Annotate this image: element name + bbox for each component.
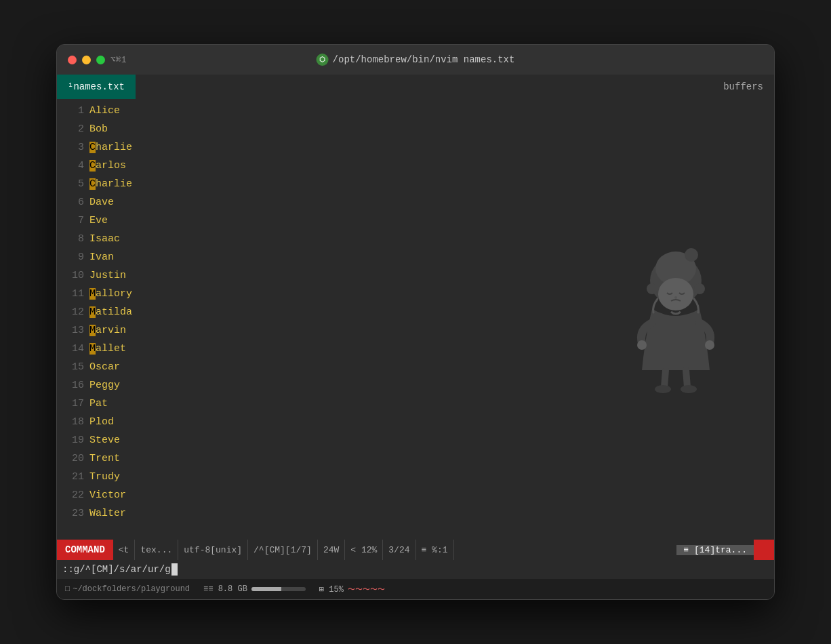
line-number: 3 [57,138,89,157]
line-text: Alice [89,102,120,120]
line-number: 19 [57,431,89,449]
editor-line-6: 6Dave [57,193,774,212]
line-text: Charlie [89,138,132,157]
line-number: 14 [57,340,89,358]
line-text: Trudy [89,468,120,486]
status-item-6: < 12% [345,540,383,560]
line-text: Plod [89,413,114,431]
highlighted-char: C [89,142,96,153]
tab-buffers[interactable]: buffers [712,75,774,99]
highlighted-char: C [89,178,96,190]
line-number: 2 [57,120,89,138]
line-text: Carlos [89,157,126,175]
highlighted-char: M [89,343,96,355]
command-line[interactable]: ::g/^[CM]/s/ar/ur/g [57,560,774,579]
line-number: 20 [57,449,89,468]
line-number: 22 [57,486,89,504]
line-text: Charlie [89,175,132,193]
status-right-block: ≡ [14]tra... [676,545,754,555]
editor-line-4: 4Carlos [57,157,774,175]
line-text: Marvin [89,321,126,340]
editor-line-5: 5Charlie [57,175,774,193]
cmdline-text: ::g/^[CM]/s/ar/ur/g [62,564,171,575]
line-number: 15 [57,358,89,376]
status-item-7: 3/24 [383,540,416,560]
mode-indicator: COMMAND [57,540,113,560]
svg-point-4 [674,296,677,299]
line-number: 1 [57,102,89,120]
status-item-3: utf-8[unix] [178,540,248,560]
titlebar: ⌥⌘1 ⬡ /opt/homebrew/bin/nvim names.txt [57,45,774,75]
name-text: allet [96,343,126,355]
line-number: 4 [57,157,89,175]
editor-line-3: 3Charlie [57,138,774,157]
mem-bar [251,587,306,591]
status-item-8: ≡ %:1 [416,540,454,560]
line-text: Bob [89,120,108,138]
line-text: Mallet [89,340,126,358]
svg-point-3 [658,278,693,310]
editor-line-7: 7Eve [57,212,774,230]
highlighted-char: C [89,160,96,172]
highlighted-char: M [89,306,96,318]
name-text: harlie [96,178,132,190]
status-item-1: <t [113,540,136,560]
editor-line-19: 19Steve [57,431,774,449]
svg-point-8 [681,385,697,393]
svg-point-9 [647,283,657,294]
line-number: 9 [57,248,89,266]
svg-point-7 [655,385,671,393]
window-title: /opt/homebrew/bin/nvim names.txt [333,54,515,65]
line-number: 8 [57,230,89,248]
editor-line-23: 23Walter [57,504,774,523]
main-window: ⌥⌘1 ⬡ /opt/homebrew/bin/nvim names.txt ¹… [56,44,775,600]
line-number: 7 [57,212,89,230]
line-text: Walter [89,504,126,523]
cpu-wave-icon: 〜〜〜〜〜 [348,584,385,595]
line-text: Steve [89,431,120,449]
highlighted-char: M [89,325,96,336]
line-text: Victor [89,486,126,504]
status-item-2: tex... [135,540,178,560]
svg-point-5 [637,340,647,350]
status-item-4: /^[CM][1/7] [248,540,318,560]
status-item-5: 24W [318,540,345,560]
editor-line-2: 2Bob [57,120,774,138]
line-text: Ivan [89,248,114,266]
status-right: ≡ [14]tra... [676,540,774,560]
line-text: Pat [89,395,108,413]
cpu-label: ⊞ 15% [319,584,344,595]
memory-indicator: ≡≡ 8.8 GB [203,584,306,594]
name-text: atilda [96,306,132,318]
line-text: Eve [89,212,108,230]
name-text: allory [96,288,132,300]
titlebar-center: ⬡ /opt/homebrew/bin/nvim names.txt [317,54,515,66]
folder-indicator: □ ~/dockfolders/playground [65,584,190,594]
tab-names-txt[interactable]: ¹names.txt [57,75,136,99]
editor-area[interactable]: 1Alice2Bob3Charlie4Carlos5Charlie6Dave7E… [57,99,774,540]
line-number: 13 [57,321,89,340]
svg-point-10 [694,283,705,294]
name-text: harlie [96,142,132,153]
minimize-button[interactable] [82,56,91,64]
mem-label: ≡≡ 8.8 GB [203,584,247,594]
editor-line-21: 21Trudy [57,468,774,486]
line-number: 11 [57,285,89,303]
highlighted-char: M [89,288,96,300]
editor-line-18: 18Plod [57,413,774,431]
close-button[interactable] [68,56,77,64]
line-text: Mallory [89,285,132,303]
line-text: Justin [89,266,126,285]
traffic-lights [68,56,105,64]
character-illustration [632,248,720,397]
editor-line-8: 8Isaac [57,230,774,248]
line-text: Oscar [89,358,120,376]
line-text: Matilda [89,303,132,321]
name-text: arlos [96,160,126,172]
mem-fill [251,587,281,591]
maximize-button[interactable] [96,56,105,64]
folder-icon: □ [65,584,70,594]
shortcut-label: ⌥⌘1 [110,54,126,65]
name-text: arvin [96,325,126,336]
svg-point-6 [705,340,714,350]
